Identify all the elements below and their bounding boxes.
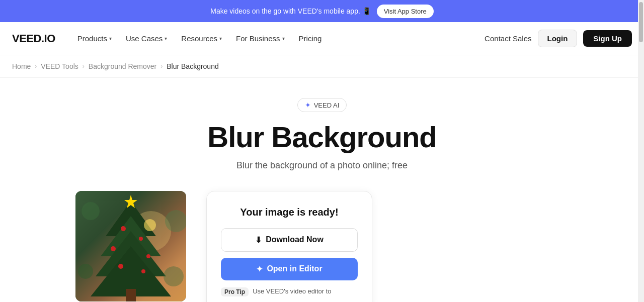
nav-item-use-cases[interactable]: Use Cases ▾: [120, 30, 173, 47]
download-now-button[interactable]: ⬇ Download Now: [221, 228, 358, 252]
editor-label: Open in Editor: [267, 264, 322, 273]
contact-sales-link[interactable]: Contact Sales: [485, 34, 531, 43]
breadcrumb: Home › VEED Tools › Background Remover ›…: [0, 55, 644, 78]
result-card: Your image is ready! ⬇ Download Now ✦ Op…: [206, 191, 372, 302]
nav-right: Contact Sales Login Sign Up: [485, 30, 632, 47]
logo[interactable]: VEED.IO: [12, 32, 55, 45]
hero-title: Blur Background: [207, 121, 437, 153]
breadcrumb-separator: ›: [160, 63, 163, 70]
svg-rect-5: [126, 289, 136, 301]
svg-point-14: [165, 210, 186, 232]
nav-links: Products ▾ Use Cases ▾ Resources ▾ For B…: [71, 30, 485, 47]
svg-point-10: [118, 264, 123, 269]
page-scrollbar[interactable]: [638, 0, 644, 302]
main-content: ✦ VEED AI Blur Background Blur the backg…: [0, 78, 644, 302]
breadcrumb-separator: ›: [35, 63, 37, 70]
bottom-section: Your image is ready! ⬇ Download Now ✦ Op…: [75, 191, 569, 302]
breadcrumb-background-remover[interactable]: Background Remover: [89, 62, 156, 70]
banner-text: Make videos on the go with VEED's mobile…: [210, 7, 371, 15]
breadcrumb-separator: ›: [83, 63, 85, 70]
download-icon: ⬇: [255, 235, 262, 245]
svg-point-12: [144, 219, 156, 231]
chevron-down-icon: ▾: [165, 36, 167, 41]
login-button[interactable]: Login: [538, 30, 578, 47]
ai-badge: ✦ VEED AI: [297, 98, 347, 112]
nav-item-for-business[interactable]: For Business ▾: [230, 30, 291, 47]
nav-label-pricing: Pricing: [299, 34, 322, 43]
breadcrumb-veed-tools[interactable]: VEED Tools: [41, 62, 78, 70]
svg-point-13: [82, 202, 100, 220]
nav-label-products: Products: [77, 34, 107, 43]
navbar: VEED.IO Products ▾ Use Cases ▾ Resources…: [0, 22, 644, 55]
svg-point-6: [121, 226, 126, 231]
signup-button[interactable]: Sign Up: [583, 30, 632, 47]
result-title: Your image is ready!: [221, 207, 358, 218]
pro-tip-text: Use VEED's video editor to: [253, 287, 331, 295]
app-store-button[interactable]: Visit App Store: [377, 5, 434, 18]
breadcrumb-home[interactable]: Home: [12, 62, 31, 70]
nav-label-for-business: For Business: [236, 34, 280, 43]
svg-point-9: [146, 254, 150, 258]
chevron-down-icon: ▾: [282, 36, 285, 41]
chevron-down-icon: ▾: [109, 36, 112, 41]
download-label: Download Now: [266, 235, 324, 244]
chevron-down-icon: ▾: [219, 36, 222, 41]
nav-item-pricing[interactable]: Pricing: [293, 30, 328, 47]
nav-label-resources: Resources: [181, 34, 217, 43]
image-inner: [75, 191, 186, 301]
breadcrumb-current: Blur Background: [167, 62, 219, 70]
sparkle-icon: ✦: [305, 101, 311, 109]
svg-point-16: [164, 266, 184, 286]
image-preview: [75, 191, 186, 301]
top-banner: Make videos on the go with VEED's mobile…: [0, 0, 644, 22]
svg-point-8: [111, 246, 116, 251]
svg-point-11: [141, 269, 145, 273]
open-in-editor-button[interactable]: ✦ Open in Editor: [221, 258, 358, 280]
editor-icon: ✦: [256, 264, 263, 274]
hero-subtitle: Blur the background of a photo online; f…: [236, 160, 408, 171]
pro-tip-badge: Pro Tip: [221, 287, 249, 296]
nav-item-products[interactable]: Products ▾: [71, 30, 118, 47]
scrollbar-thumb[interactable]: [639, 2, 643, 42]
ai-badge-label: VEED AI: [314, 102, 340, 109]
nav-item-resources[interactable]: Resources ▾: [175, 30, 228, 47]
nav-label-use-cases: Use Cases: [126, 34, 163, 43]
pro-tip: Pro Tip Use VEED's video editor to: [221, 287, 358, 296]
svg-point-7: [139, 237, 143, 241]
svg-point-15: [78, 264, 93, 279]
